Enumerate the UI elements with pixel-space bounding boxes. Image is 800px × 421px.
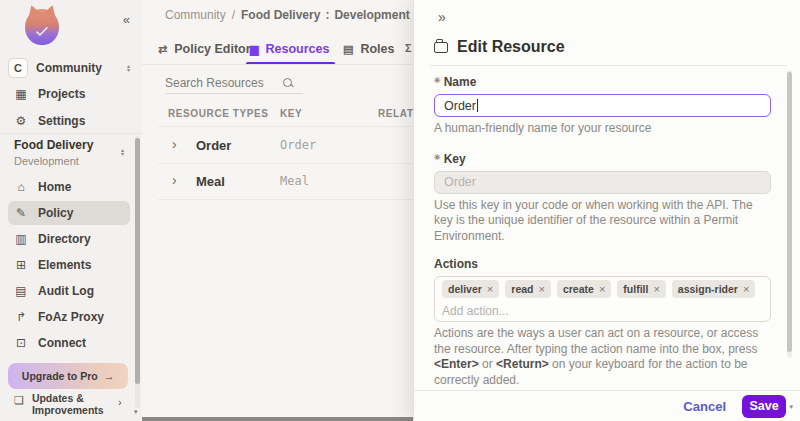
expand-chevron-icon[interactable]: › (172, 136, 177, 152)
name-field[interactable]: Order (434, 94, 771, 117)
sidebar-item-label: Home (38, 180, 71, 194)
projects-icon: ▦ (14, 87, 28, 101)
resource-name: Meal (196, 174, 225, 189)
policy-editor-icon: ⇄ (158, 43, 167, 56)
remove-icon[interactable]: × (538, 283, 544, 295)
column-header-resource-types: RESOURCE TYPES (168, 108, 269, 119)
resource-name: Order (196, 138, 231, 153)
cancel-button[interactable]: Cancel (683, 399, 726, 414)
sidebar-item-label: Projects (38, 87, 85, 101)
resource-key: Order (280, 138, 316, 152)
sidebar-item-label: FoAz Proxy (38, 310, 104, 324)
workspace-badge: C (8, 58, 28, 78)
sidebar-item-updates[interactable]: ❏ Updates & Improvements › (8, 392, 130, 416)
actions-label: Actions (434, 257, 770, 271)
drawer-scrollbar-thumb[interactable] (787, 72, 792, 352)
resource-key: Meal (280, 174, 309, 188)
actions-helper-text: Actions are the ways a user can act on a… (434, 326, 770, 388)
workspace-name: Community (36, 61, 119, 75)
key-helper-text: Use this key in your code or when workin… (434, 198, 770, 245)
search-input[interactable] (165, 76, 283, 90)
project-selector[interactable]: Food Delivery Development ▴▾ (14, 138, 126, 167)
action-chip: deliver× (442, 280, 499, 298)
key-label: ✳ Key (434, 152, 770, 166)
project-select-icon: ▴▾ (121, 148, 124, 156)
name-helper-text: A human-friendly name for your resource (434, 121, 770, 137)
check-icon (36, 24, 49, 37)
upgrade-to-pro-button[interactable]: Upgrade to Pro → (8, 363, 128, 389)
sidebar-item-directory[interactable]: ▥ Directory (8, 227, 130, 251)
sidebar-item-policy[interactable]: ✎ Policy (8, 201, 130, 225)
drawer-collapse-icon[interactable]: » (438, 9, 446, 25)
directory-icon: ▥ (14, 232, 28, 246)
roles-icon: ▤ (343, 43, 353, 56)
connect-icon: ⊡ (14, 336, 28, 350)
remove-icon[interactable]: × (743, 283, 749, 295)
logo-row: « (0, 0, 142, 52)
breadcrumb-project-env[interactable]: Food Delivery : Development ▴▾ (241, 8, 422, 22)
updates-icon: ❏ (14, 394, 24, 407)
sidebar-item-label: Directory (38, 232, 91, 246)
folder-icon: ▆ (250, 43, 258, 56)
name-value: Order (444, 99, 476, 113)
sidebar-item-connect[interactable]: ⊡ Connect (8, 331, 130, 355)
policy-icon: ✎ (14, 206, 28, 220)
workspace-selector[interactable]: C Community ▴▾ (8, 55, 134, 81)
remove-icon[interactable]: × (653, 283, 659, 295)
tab-abac-rules[interactable]: Σ (405, 42, 412, 54)
sidebar-item-projects[interactable]: ▦ Projects (8, 82, 130, 106)
org-avatar[interactable] (25, 9, 59, 45)
return-key-text: <Return> (496, 357, 549, 371)
sidebar-item-label: Elements (38, 258, 91, 272)
breadcrumb-org[interactable]: Community (165, 8, 226, 22)
sidebar-scrollbar[interactable] (135, 136, 140, 408)
breadcrumb-separator: / (232, 8, 235, 22)
drawer-footer: Cancel Save (414, 390, 800, 421)
sidebar-item-label: Audit Log (38, 284, 94, 298)
sidebar-item-audit-log[interactable]: ▤ Audit Log (8, 279, 130, 303)
tab-label: Resources (265, 42, 329, 56)
key-field-disabled: Order (434, 171, 771, 194)
drawer-scrollbar[interactable] (787, 70, 792, 358)
sidebar-item-elements[interactable]: ⊞ Elements (8, 253, 130, 277)
resource-folder-icon (434, 42, 448, 53)
edit-resource-drawer: » Edit Resource ✳ Name Order A human-fri… (413, 0, 800, 421)
action-chip: read× (505, 280, 551, 298)
arrow-right-icon: → (104, 370, 115, 382)
sidebar-item-settings[interactable]: ⚙ Settings (8, 109, 130, 133)
required-icon: ✳ (434, 76, 441, 85)
tab-label: Policy Editor (174, 42, 250, 56)
remove-icon[interactable]: × (599, 283, 605, 295)
expand-chevron-icon[interactable]: › (172, 172, 177, 188)
tab-label: Roles (360, 42, 394, 56)
sidebar-item-label: Policy (38, 206, 73, 220)
sidebar-collapse-icon[interactable]: « (123, 12, 130, 27)
scroll-down-icon[interactable]: ▾ (789, 403, 793, 411)
actions-input-box[interactable]: deliver× read× create× fulfill× assign-r… (434, 276, 771, 322)
chevron-right-icon: › (118, 396, 122, 408)
drawer-body: ✳ Name Order A human-friendly name for y… (414, 66, 800, 390)
updates-label: Updates & Improvements (32, 392, 110, 416)
project-name: Food Delivery (14, 138, 126, 152)
enter-key-text: <Enter> (434, 357, 479, 371)
tab-resources[interactable]: ▆ Resources (250, 42, 329, 56)
sidebar: « C Community ▴▾ ▦ Projects ⚙ Settings F… (0, 0, 142, 421)
remove-icon[interactable]: × (487, 283, 493, 295)
action-chip: create× (557, 280, 611, 298)
scroll-down-icon[interactable]: ▾ (134, 408, 138, 416)
sidebar-item-home[interactable]: ⌂ Home (8, 175, 130, 199)
sidebar-item-foaz-proxy[interactable]: ↱ FoAz Proxy (8, 305, 130, 329)
add-action-input[interactable]: Add action... (442, 304, 763, 318)
breadcrumb-colon: : (325, 8, 329, 22)
tab-roles[interactable]: ▤ Roles (343, 42, 394, 56)
key-value: Order (444, 175, 476, 189)
breadcrumb-environment: Development (334, 8, 409, 22)
elements-icon: ⊞ (14, 258, 28, 272)
home-icon: ⌂ (14, 180, 28, 194)
search-icon[interactable] (283, 78, 293, 88)
tab-policy-editor[interactable]: ⇄ Policy Editor (158, 42, 251, 56)
gear-icon: ⚙ (14, 114, 28, 128)
save-button[interactable]: Save (742, 395, 786, 418)
sidebar-scrollbar-thumb[interactable] (135, 138, 140, 384)
action-chip: assign-rider× (672, 280, 756, 298)
